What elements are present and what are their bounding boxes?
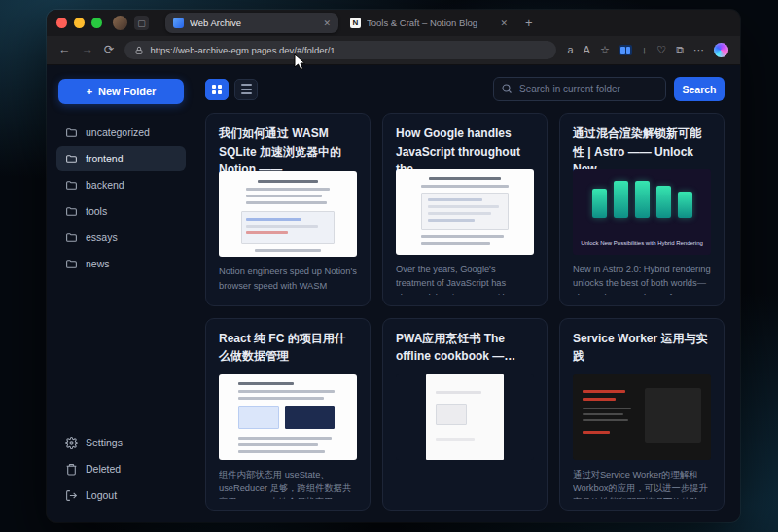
archive-card-google-javascript[interactable]: How Google handles JavaScript throughout… <box>382 113 548 306</box>
zoom-window-button[interactable] <box>91 18 102 28</box>
folder-icon <box>65 153 78 165</box>
card-description: 通过对Service Worker的理解和Workbox的应用，可以进一步提升产… <box>573 468 711 500</box>
sidebar-item-frontend[interactable]: frontend <box>56 146 186 171</box>
minimize-window-button[interactable] <box>74 18 85 28</box>
folder-icon <box>65 179 78 192</box>
search-area: Search <box>493 77 725 101</box>
main-content: Search 我们如何通过 WASM SQLite 加速浏览器中的 Notion… <box>195 65 740 522</box>
folder-label: uncategorized <box>86 126 150 138</box>
plus-icon: + <box>87 86 92 97</box>
card-thumbnail <box>396 374 534 460</box>
archive-card-pwa-cookbook[interactable]: PWA应用烹饪书 The offline cookbook —… <box>382 318 548 512</box>
logout-label: Logout <box>86 489 117 501</box>
split-screen-icon[interactable] <box>619 45 632 55</box>
card-description: New in Astro 2.0: Hybrid rendering unloc… <box>573 263 711 295</box>
address-bar[interactable]: https://web-archive-egm.pages.dev/#/fold… <box>124 41 556 59</box>
sidebar-item-essays[interactable]: essays <box>56 225 186 250</box>
search-button[interactable]: Search <box>674 77 725 101</box>
browser-navbar: ← → ⟳ https://web-archive-egm.pages.dev/… <box>47 36 740 65</box>
trash-icon <box>65 463 78 476</box>
extensions-icon[interactable]: ⧉ <box>676 45 684 55</box>
thumbnail-caption: Unlock New Possibilities with Hybrid Ren… <box>577 239 707 247</box>
phone-mockups <box>573 181 711 218</box>
folder-label: news <box>86 258 110 269</box>
settings-label: Settings <box>86 437 123 448</box>
folder-label: essays <box>86 231 118 243</box>
workspace-icon[interactable]: ▢ <box>134 16 149 30</box>
folder-label: tools <box>86 205 107 217</box>
reload-button[interactable]: ⟳ <box>104 44 114 56</box>
mouse-cursor <box>294 53 307 71</box>
sidebar-item-logout[interactable]: Logout <box>56 482 186 508</box>
archive-card-wasm-sqlite[interactable]: 我们如何通过 WASM SQLite 加速浏览器中的 Notion ——… No… <box>205 113 371 306</box>
archive-grid: 我们如何通过 WASM SQLite 加速浏览器中的 Notion ——… No… <box>205 113 725 511</box>
card-title: Service Worker 运用与实践 <box>573 330 711 366</box>
sidebar-item-backend[interactable]: backend <box>56 172 186 197</box>
browser-window: ▢ Web Archive ✕ N Tools & Craft – Notion… <box>47 10 740 522</box>
card-thumbnail: Unlock New Possibilities with Hybrid Ren… <box>573 169 711 255</box>
read-aloud-icon[interactable]: A <box>584 45 590 55</box>
tab-notion-blog[interactable]: N Tools & Craft – Notion Blog ✕ <box>342 13 515 33</box>
search-icon <box>501 83 513 94</box>
folder-icon <box>65 231 78 244</box>
notion-favicon: N <box>350 18 361 28</box>
grid-view-button[interactable] <box>205 79 229 100</box>
card-description: 组件内部状态用 useState、useReducer 足够，跨组件数据共享用 … <box>219 468 357 500</box>
copilot-icon[interactable] <box>714 43 728 57</box>
new-tab-button[interactable]: + <box>519 16 539 30</box>
downloads-icon[interactable]: ↓ <box>642 45 648 55</box>
card-title: React 纯 FC 的项目用什么做数据管理 <box>219 330 357 366</box>
sidebar-item-settings[interactable]: Settings <box>56 430 186 455</box>
folder-label: backend <box>86 179 124 191</box>
card-title: PWA应用烹饪书 The offline cookbook —… <box>396 330 534 366</box>
more-menu-icon[interactable]: ⋯ <box>693 45 704 55</box>
gear-icon <box>65 437 78 449</box>
toolbar-icons: a A ☆ ↓ ♡ ⧉ ⋯ <box>567 43 728 57</box>
tab-label: Web Archive <box>190 18 317 28</box>
tab-close-icon[interactable]: ✕ <box>500 18 508 28</box>
folder-icon <box>65 126 78 139</box>
new-folder-button[interactable]: + New Folder <box>58 79 184 104</box>
web-archive-app: + New Folder uncategorized frontend back… <box>47 65 740 522</box>
tab-web-archive[interactable]: Web Archive ✕ <box>165 13 338 33</box>
list-icon <box>241 84 252 94</box>
folder-icon <box>65 205 78 218</box>
forward-button[interactable]: → <box>82 44 94 56</box>
search-box <box>493 77 666 101</box>
card-thumbnail <box>573 374 711 460</box>
list-view-button[interactable] <box>234 79 258 100</box>
folder-label: frontend <box>86 153 124 164</box>
search-input[interactable] <box>493 77 666 101</box>
sidebar-item-uncategorized[interactable]: uncategorized <box>56 120 186 145</box>
card-title: 我们如何通过 WASM SQLite 加速浏览器中的 Notion ——… <box>219 124 357 162</box>
profile-avatar[interactable] <box>113 16 127 30</box>
browser-titlebar: ▢ Web Archive ✕ N Tools & Craft – Notion… <box>47 10 740 36</box>
favorites-star-icon[interactable]: ☆ <box>600 45 610 55</box>
browser-essentials-icon[interactable]: ♡ <box>656 45 666 55</box>
sidebar-item-news[interactable]: news <box>56 251 186 276</box>
translate-icon[interactable]: a <box>567 45 573 55</box>
back-button[interactable]: ← <box>58 44 71 56</box>
archive-card-react-fc-state[interactable]: React 纯 FC 的项目用什么做数据管理 组件内部状态用 useState、… <box>205 318 371 512</box>
thumbnail-image-area <box>645 388 701 443</box>
card-description: Over the years, Google's treatment of Ja… <box>396 263 534 295</box>
card-thumbnail <box>219 374 357 460</box>
tab-close-icon[interactable]: ✕ <box>323 18 331 28</box>
card-thumbnail <box>396 169 534 255</box>
deleted-label: Deleted <box>86 463 121 475</box>
card-title: How Google handles JavaScript throughout… <box>396 124 534 160</box>
sidebar-spacer <box>56 277 186 430</box>
close-window-button[interactable] <box>56 18 67 28</box>
window-controls <box>56 18 102 28</box>
url-text: https://web-archive-egm.pages.dev/#/fold… <box>150 45 335 55</box>
tab-label: Tools & Craft – Notion Blog <box>367 18 494 28</box>
web-archive-favicon <box>173 18 184 28</box>
archive-card-service-worker[interactable]: Service Worker 运用与实践 通过对Service Worker的理… <box>559 318 725 512</box>
sidebar-item-tools[interactable]: tools <box>56 198 186 224</box>
content-toolbar: Search <box>205 77 725 101</box>
logout-icon <box>65 489 78 502</box>
tab-strip: Web Archive ✕ N Tools & Craft – Notion B… <box>165 13 730 33</box>
archive-card-astro-hybrid[interactable]: 通过混合渲染解锁新可能性 | Astro —— Unlock New… Unlo… <box>559 113 725 306</box>
card-thumbnail <box>219 171 357 257</box>
sidebar-item-deleted[interactable]: Deleted <box>56 456 186 481</box>
